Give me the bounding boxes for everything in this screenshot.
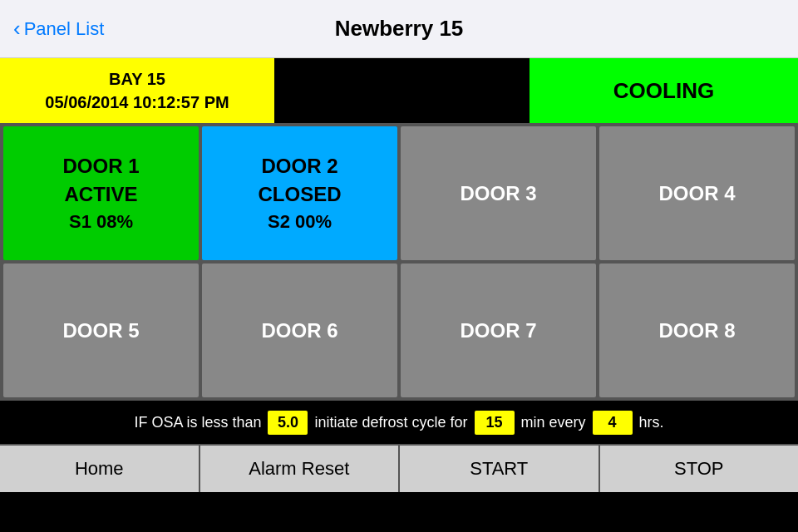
alarm-reset-button[interactable]: Alarm Reset bbox=[200, 446, 399, 492]
min-label: min every bbox=[521, 414, 586, 431]
doors-grid: DOOR 1ACTIVES1 08%DOOR 2CLOSEDS2 00%DOOR… bbox=[0, 123, 798, 401]
bottom-bar: Home Alarm Reset START STOP bbox=[0, 444, 798, 492]
door-1-sensor: S1 08% bbox=[69, 211, 133, 233]
door-cell-4[interactable]: DOOR 4 bbox=[599, 126, 795, 260]
hrs-label: hrs. bbox=[639, 414, 664, 431]
back-chevron-icon: ‹ bbox=[13, 17, 21, 39]
door-2-name: DOOR 2 bbox=[261, 155, 337, 178]
door-2-status: CLOSED bbox=[258, 183, 341, 206]
door-1-name: DOOR 1 bbox=[62, 155, 139, 178]
door-cell-7[interactable]: DOOR 7 bbox=[401, 264, 596, 397]
back-label: Panel List bbox=[24, 18, 105, 40]
door-cell-8[interactable]: DOOR 8 bbox=[599, 264, 795, 397]
cooling-status: COOLING bbox=[530, 58, 798, 123]
door-2-sensor: S2 00% bbox=[268, 211, 332, 233]
defrost-middle-text: initiate defrost cycle for bbox=[314, 414, 467, 431]
minutes-value[interactable]: 15 bbox=[475, 411, 515, 435]
osa-value[interactable]: 5.0 bbox=[268, 411, 308, 435]
door-6-name: DOOR 6 bbox=[261, 319, 337, 342]
defrost-prefix: IF OSA is less than bbox=[134, 414, 261, 431]
door-cell-2[interactable]: DOOR 2CLOSEDS2 00% bbox=[202, 126, 397, 260]
status-bar: BAY 15 05/06/2014 10:12:57 PM COOLING bbox=[0, 58, 798, 123]
hours-value[interactable]: 4 bbox=[593, 411, 633, 435]
header: ‹ Panel List Newberry 15 bbox=[0, 0, 798, 58]
bay-info: BAY 15 05/06/2014 10:12:57 PM bbox=[0, 58, 274, 123]
page-title: Newberry 15 bbox=[335, 16, 464, 42]
door-5-name: DOOR 5 bbox=[62, 319, 139, 342]
door-4-name: DOOR 4 bbox=[658, 182, 735, 205]
door-8-name: DOOR 8 bbox=[658, 319, 735, 342]
stop-button[interactable]: STOP bbox=[600, 446, 799, 492]
door-1-status: ACTIVE bbox=[64, 183, 137, 206]
door-7-name: DOOR 7 bbox=[460, 319, 536, 342]
door-cell-1[interactable]: DOOR 1ACTIVES1 08% bbox=[3, 126, 199, 260]
door-3-name: DOOR 3 bbox=[460, 182, 536, 205]
status-middle bbox=[274, 58, 530, 123]
door-cell-6[interactable]: DOOR 6 bbox=[202, 264, 397, 397]
door-cell-5[interactable]: DOOR 5 bbox=[3, 264, 199, 397]
cooling-label: COOLING bbox=[613, 78, 714, 104]
door-cell-3[interactable]: DOOR 3 bbox=[401, 126, 596, 260]
bay-datetime: 05/06/2014 10:12:57 PM bbox=[45, 91, 229, 114]
bay-name: BAY 15 bbox=[109, 67, 165, 91]
start-button[interactable]: START bbox=[400, 446, 598, 492]
defrost-row: IF OSA is less than 5.0 initiate defrost… bbox=[0, 401, 798, 444]
back-button[interactable]: ‹ Panel List bbox=[13, 18, 104, 40]
home-button[interactable]: Home bbox=[0, 446, 199, 492]
